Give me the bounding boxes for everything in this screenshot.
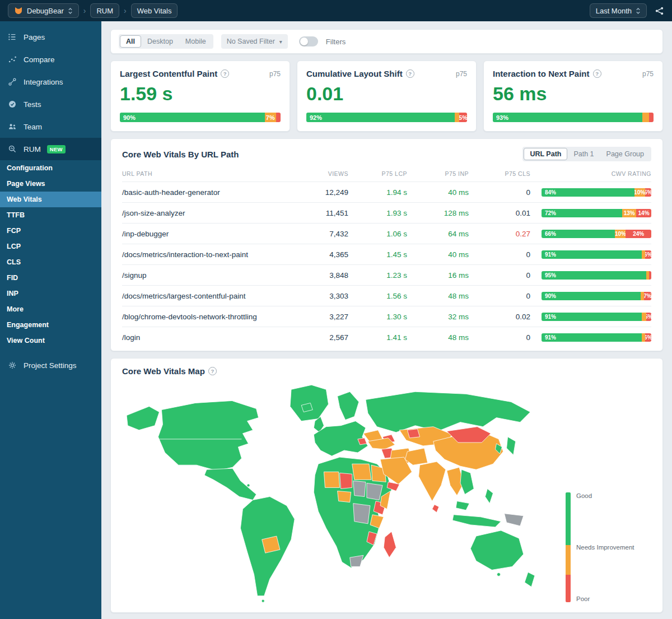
sidebar-item-lcp[interactable]: LCP xyxy=(0,239,101,254)
world-map xyxy=(122,380,539,606)
tab-page-group[interactable]: Page Group xyxy=(600,148,650,160)
table-row[interactable]: /docs/metrics/largest-contentful-paint 3… xyxy=(122,285,651,306)
tab-all[interactable]: All xyxy=(120,35,141,48)
table-header-row: URL PATH VIEWS P75 LCP P75 INP P75 CLS C… xyxy=(122,166,651,181)
tests-check-icon xyxy=(8,100,17,109)
tab-desktop[interactable]: Desktop xyxy=(141,35,179,48)
inp-cell: 48 ms xyxy=(407,292,469,300)
table-row[interactable]: /basic-auth-header-generator 12,249 1.94… xyxy=(122,181,651,202)
cls-cell: 0.02 xyxy=(469,313,530,321)
sidebar-item-team[interactable]: Team xyxy=(0,115,101,138)
lcp-cell: 1.30 s xyxy=(348,313,407,321)
table-row[interactable]: /blog/chrome-devtools-network-throttling… xyxy=(122,306,651,327)
cwv-rating-bar: 66%10%24% xyxy=(542,230,651,238)
sidebar-item-web-vitals[interactable]: Web Vitals xyxy=(0,192,101,207)
inp-cell: 64 ms xyxy=(407,230,469,238)
cwv-rating-bar: 72%13%14% xyxy=(542,209,651,217)
table-row[interactable]: /inp-debugger 7,432 1.06 s 64 ms 0.27 66… xyxy=(122,223,651,244)
tab-path-1[interactable]: Path 1 xyxy=(567,148,600,160)
sidebar-item-page-views[interactable]: Page Views xyxy=(0,176,101,192)
inp-cell: 128 ms xyxy=(407,209,469,217)
topbar: DebugBear RUM Web Vitals Last Month xyxy=(0,0,672,21)
metric-title: Cumulative Layout Shift xyxy=(306,69,403,78)
lcp-cell: 1.94 s xyxy=(348,188,407,197)
sidebar-item-configuration[interactable]: Configuration xyxy=(0,160,101,176)
breadcrumb-separator xyxy=(83,6,86,15)
views-cell: 11,451 xyxy=(292,209,348,217)
sidebar-item-rum[interactable]: RUM NEW xyxy=(0,138,101,160)
breadcrumb-web-vitals[interactable]: Web Vitals xyxy=(131,3,178,18)
device-filter-tabs: All Desktop Mobile xyxy=(119,34,213,49)
sidebar-item-cls[interactable]: CLS xyxy=(0,254,101,270)
table-row[interactable]: /docs/metrics/interaction-to-next-paint … xyxy=(122,244,651,264)
cwv-table-card: Core Web Vitals By URL Path URL Path Pat… xyxy=(110,138,663,351)
col-p75-inp: P75 INP xyxy=(407,170,469,177)
sidebar-item-fid[interactable]: FID xyxy=(0,270,101,286)
url-path-cell: /json-size-analyzer xyxy=(122,209,292,217)
sidebar-item-compare[interactable]: Compare xyxy=(0,48,101,71)
sidebar-item-inp[interactable]: INP xyxy=(0,286,101,301)
tab-url-path[interactable]: URL Path xyxy=(524,148,567,160)
tab-mobile[interactable]: Mobile xyxy=(179,35,212,48)
help-icon[interactable] xyxy=(208,367,217,375)
lcp-cell: 1.06 s xyxy=(348,230,407,238)
breadcrumb-rum[interactable]: RUM xyxy=(90,3,119,18)
table-row[interactable]: /login 2,567 1.41 s 48 ms 0 91%6% xyxy=(122,327,651,347)
url-path-cell: /blog/chrome-devtools-network-throttling xyxy=(122,313,292,321)
pages-list-icon xyxy=(8,32,17,42)
sidebar-item-pages[interactable]: Pages xyxy=(0,26,101,48)
table-view-tabs: URL Path Path 1 Page Group xyxy=(522,147,651,161)
metric-card-cls: Cumulative Layout Shift p75 0.01 92%5% xyxy=(297,60,477,132)
map-legend: Good Needs Improvement Poor xyxy=(566,492,641,602)
brand-menu-button[interactable]: DebugBear xyxy=(8,3,79,18)
saved-filter-dropdown[interactable]: No Saved Filter xyxy=(221,34,288,49)
sidebar-item-project-settings[interactable]: Project Settings xyxy=(0,354,101,376)
views-cell: 2,567 xyxy=(292,333,348,342)
lcp-cell: 1.56 s xyxy=(348,292,407,300)
cwv-rating-bar: 91%6% xyxy=(542,333,651,342)
col-views: VIEWS xyxy=(292,170,348,177)
sidebar-item-label: RUM xyxy=(24,145,41,153)
url-path-cell: /docs/metrics/largest-contentful-paint xyxy=(122,292,292,300)
cls-cell: 0 xyxy=(469,188,530,197)
chevron-updown-icon xyxy=(636,7,641,15)
metric-value: 56 ms xyxy=(493,83,654,105)
help-icon[interactable] xyxy=(593,69,601,78)
sidebar-item-label: Pages xyxy=(24,33,45,41)
cls-cell: 0 xyxy=(469,250,530,259)
period-selector[interactable]: Last Month xyxy=(590,3,647,18)
inp-cell: 40 ms xyxy=(407,188,469,197)
gear-icon xyxy=(8,361,17,370)
help-icon[interactable] xyxy=(406,69,414,78)
cwv-rating-bar: 91%6% xyxy=(542,250,651,259)
sidebar-item-engagement[interactable]: Engagement xyxy=(0,317,101,333)
sidebar-item-ttfb[interactable]: TTFB xyxy=(0,207,101,223)
table-row[interactable]: /json-size-analyzer 11,451 1.93 s 128 ms… xyxy=(122,202,651,223)
metric-title: Interaction to Next Paint xyxy=(493,69,590,78)
table-title: Core Web Vitals By URL Path xyxy=(122,150,239,159)
legend-gradient-bar xyxy=(566,492,571,602)
sidebar-item-view-count[interactable]: View Count xyxy=(0,333,101,348)
sidebar-item-fcp[interactable]: FCP xyxy=(0,223,101,239)
team-people-icon xyxy=(8,122,17,132)
breadcrumb-separator xyxy=(124,6,127,15)
url-path-cell: /signup xyxy=(122,271,292,280)
sidebar-item-label: Tests xyxy=(24,100,41,109)
cls-cell: 0.27 xyxy=(469,230,530,238)
help-icon[interactable] xyxy=(221,69,229,78)
percentile-label: p75 xyxy=(456,70,467,78)
lcp-cell: 1.45 s xyxy=(348,250,407,259)
share-icon[interactable] xyxy=(655,6,664,16)
views-cell: 7,432 xyxy=(292,230,348,238)
filters-toggle[interactable] xyxy=(299,36,318,46)
table-row[interactable]: /signup 3,848 1.23 s 16 ms 0 95% xyxy=(122,264,651,285)
sidebar-item-integrations[interactable]: Integrations xyxy=(0,71,101,93)
compare-scatter-icon xyxy=(8,55,17,64)
rating-bar: 93% xyxy=(493,113,654,122)
views-cell: 3,227 xyxy=(292,313,348,321)
sidebar-item-more[interactable]: More xyxy=(0,301,101,317)
filters-label: Filters xyxy=(326,38,346,46)
lcp-cell: 1.93 s xyxy=(348,209,407,217)
sidebar-item-tests[interactable]: Tests xyxy=(0,93,101,115)
legend-label-good: Good xyxy=(576,492,641,499)
